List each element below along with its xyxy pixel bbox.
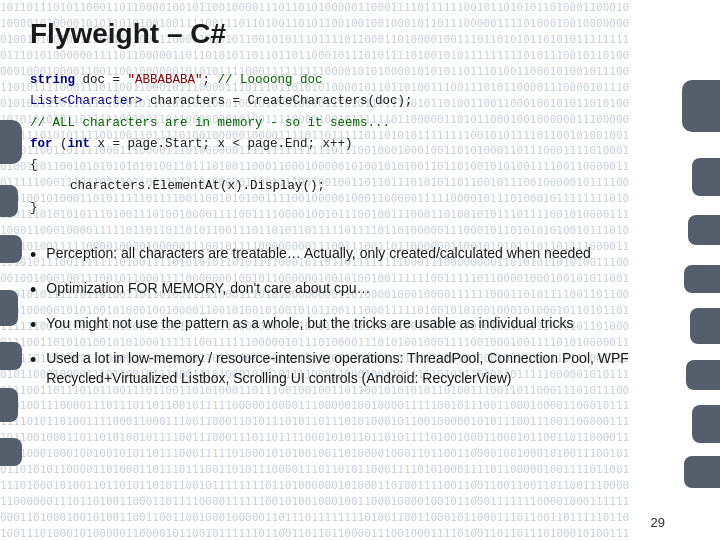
code-line-6: characters.ElementAt(x).Display();: [30, 176, 665, 197]
decoration-blob-l7: [0, 438, 22, 466]
bullet-item-4: Used a lot in low-memory / resource-inte…: [30, 348, 665, 389]
bullet-item-2: Optimization FOR MEMORY, don't care abou…: [30, 278, 665, 303]
code-line-3: // ALL characters are in memory - so it …: [30, 113, 665, 134]
bullet-item-1: Perception: all characters are treatable…: [30, 243, 665, 268]
code-line-4: for (int x = page.Start; x < page.End; x…: [30, 134, 665, 155]
bullet-item-3: You might not use the pattern as a whole…: [30, 313, 665, 338]
code-line-5: {: [30, 155, 665, 176]
bullet-item-4-text: Used a lot in low-memory / resource-inte…: [46, 348, 665, 389]
code-line-7: }: [30, 198, 665, 219]
code-line-1: string doc = "ABBABABA"; // Loooong doc: [30, 70, 665, 91]
bullet-item-2-text: Optimization FOR MEMORY, don't care abou…: [46, 278, 370, 298]
code-line-2: List<Character> characters = CreateChara…: [30, 91, 665, 112]
code-block: string doc = "ABBABABA"; // Loooong doc …: [30, 64, 665, 225]
bullet-item-1-text: Perception: all characters are treatable…: [46, 243, 591, 263]
bullet-item-3-text: You might not use the pattern as a whole…: [46, 313, 573, 333]
bullet-list: Perception: all characters are treatable…: [30, 243, 665, 389]
page-number: 29: [651, 515, 665, 530]
page-title: Flyweight – C#: [30, 18, 665, 50]
decoration-blob-r8: [684, 456, 720, 488]
